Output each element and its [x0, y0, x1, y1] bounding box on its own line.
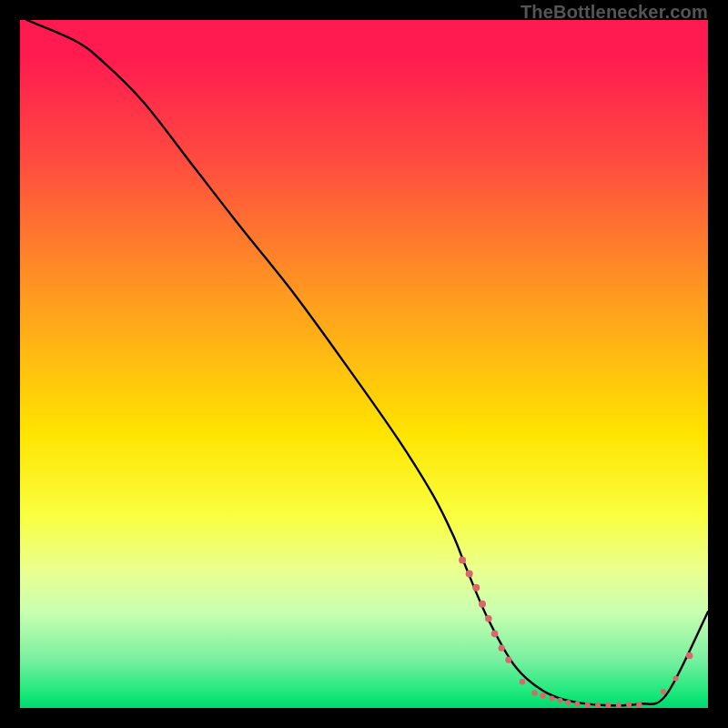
attribution-label: TheBottlenecker.com: [521, 2, 708, 23]
data-marker: [558, 698, 563, 703]
data-marker: [520, 679, 526, 685]
data-marker: [616, 703, 622, 708]
data-marker: [585, 702, 591, 707]
data-marker: [673, 676, 679, 682]
data-marker: [479, 601, 486, 608]
data-marker: [466, 571, 473, 578]
data-marker: [491, 631, 499, 638]
data-marker: [540, 693, 545, 698]
data-marker: [626, 702, 632, 707]
data-marker: [686, 652, 693, 660]
data-marker: [566, 700, 571, 705]
data-marker: [459, 557, 466, 564]
data-marker: [636, 702, 642, 707]
chart-frame: TheBottlenecker.com: [0, 0, 728, 728]
data-marker: [485, 615, 492, 622]
data-marker: [531, 690, 537, 695]
data-marker: [549, 695, 554, 701]
bottleneck-curve: [27, 20, 708, 705]
curve-layer: [20, 20, 708, 708]
data-marker: [605, 703, 611, 708]
data-marker: [574, 702, 580, 707]
data-marker: [661, 689, 666, 694]
data-marker: [499, 645, 505, 652]
data-marker: [505, 657, 511, 663]
marker-group: [459, 557, 693, 709]
data-marker: [472, 584, 480, 592]
data-marker: [595, 703, 601, 708]
